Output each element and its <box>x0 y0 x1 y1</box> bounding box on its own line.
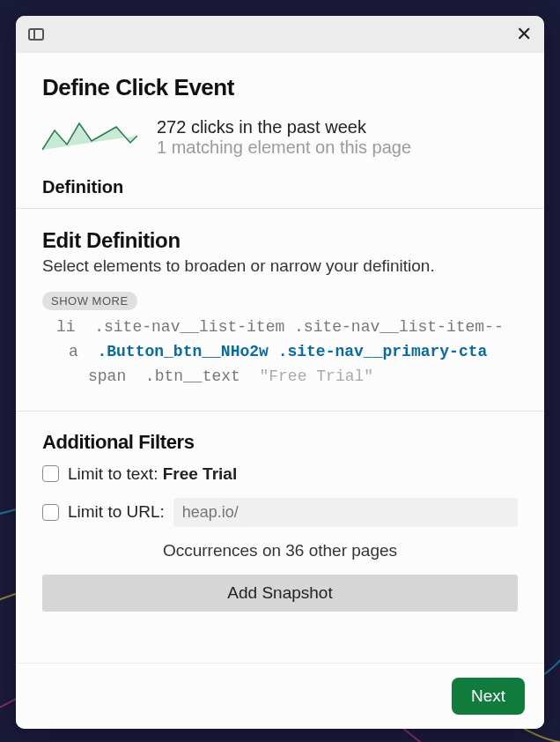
limit-to-url-input[interactable] <box>173 498 518 527</box>
limit-to-url-row: Limit to URL: <box>42 498 518 527</box>
edit-definition-subtitle: Select elements to broaden or narrow you… <box>42 256 518 276</box>
close-icon[interactable]: ✕ <box>516 25 532 44</box>
path-row-a[interactable]: a .Button_btn__NHo2w .site-nav__primary-… <box>42 340 518 365</box>
section-header: Define Click Event 272 clicks in the pas… <box>16 53 544 209</box>
matching-element-text: 1 matching element on this page <box>157 137 411 158</box>
path-row-li[interactable]: li .site-nav__list-item .site-nav__list-… <box>42 315 518 340</box>
additional-filters-title: Additional Filters <box>42 431 518 454</box>
click-summary: 272 clicks in the past week 1 matching e… <box>42 117 518 158</box>
css-selector-path[interactable]: li .site-nav__list-item .site-nav__list-… <box>42 315 518 390</box>
limit-to-text-checkbox[interactable] <box>42 465 59 482</box>
next-button[interactable]: Next <box>452 678 525 715</box>
limit-to-text-label: Limit to text: Free Trial <box>68 464 237 484</box>
section-additional-filters: Additional Filters Limit to text: Free T… <box>16 412 544 629</box>
limit-to-url-label: Limit to URL: <box>68 502 165 522</box>
section-edit-definition: Edit Definition Select elements to broad… <box>16 209 544 412</box>
panel-toggle-icon[interactable] <box>28 28 44 41</box>
limit-to-text-row: Limit to text: Free Trial <box>42 464 518 484</box>
modal-header: ✕ <box>16 16 544 53</box>
modal-body: Define Click Event 272 clicks in the pas… <box>16 53 544 663</box>
modal-footer: Next <box>16 663 544 729</box>
page-title: Define Click Event <box>42 74 518 101</box>
show-more-button[interactable]: SHOW MORE <box>42 292 137 310</box>
limit-to-url-checkbox[interactable] <box>42 504 59 521</box>
edit-definition-title: Edit Definition <box>42 228 518 253</box>
definition-label: Definition <box>42 177 518 197</box>
add-snapshot-button[interactable]: Add Snapshot <box>42 575 518 612</box>
sparkline-chart <box>42 118 137 157</box>
click-count-text: 272 clicks in the past week <box>157 117 411 137</box>
define-click-event-modal: ✕ Define Click Event 272 clicks in the p… <box>16 16 544 729</box>
occurrences-text: Occurrences on 36 other pages <box>42 541 518 560</box>
path-row-span[interactable]: span .btn__text "Free Trial" <box>42 365 518 390</box>
